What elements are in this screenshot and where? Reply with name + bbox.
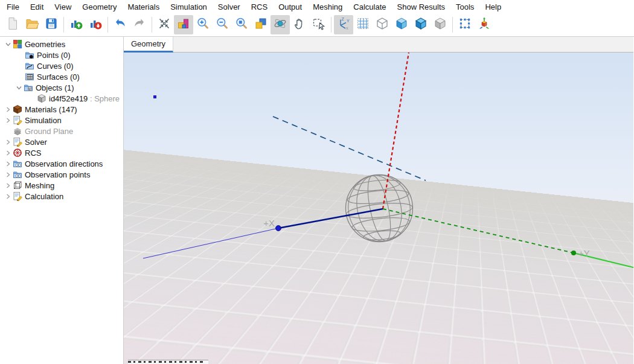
toolbar-separator [107,17,108,33]
chevron-down-icon[interactable] [14,83,23,92]
chevron-right-icon[interactable] [4,116,12,124]
ground-plane-grid [124,147,633,364]
show-objects-button[interactable] [174,15,193,34]
orbit-button[interactable] [271,15,290,34]
tree-label: Surfaces (0) [37,72,80,81]
ground-plane-icon [12,126,22,136]
open-folder-icon [25,16,39,33]
menu-calculate[interactable]: Calculate [348,1,391,13]
tree-item-calculation[interactable]: Calculation [0,191,123,202]
z-axis [383,53,409,209]
tree-item-geometries[interactable]: Geometries [0,39,123,49]
export-down-arrow-icon [88,16,103,33]
redo-button[interactable] [130,15,149,34]
shaded-cube-2-icon [414,16,428,33]
pan-button[interactable] [290,15,309,34]
chevron-right-icon[interactable] [4,159,12,168]
shaded-edges-view-button[interactable] [411,15,431,34]
zoom-window-icon [234,16,249,33]
menu-tools[interactable]: Tools [450,1,479,13]
menu-output[interactable]: Output [273,1,307,13]
toolbar-separator [152,17,152,33]
chevron-down-icon[interactable] [4,40,12,48]
tree-label: Observation points [25,170,90,179]
tree-label: Observation directions [25,159,103,168]
tree-label: Points (0) [37,51,71,60]
menu-view[interactable]: View [49,1,77,13]
x-axis-marker [276,226,281,231]
wireframe-cube-icon [375,16,389,33]
menu-solver[interactable]: Solver [213,1,246,13]
tree-label: Curves (0) [37,62,74,71]
tree-item-objects[interactable]: Objects (1) [0,82,123,93]
tree-item-materials[interactable]: Materials (147) [0,104,123,115]
zoom-in-button[interactable] [193,15,213,34]
chevron-right-icon[interactable] [4,192,12,200]
shaded-cube-icon [394,16,409,33]
selection-box-button[interactable] [455,15,475,34]
x-axis-far [143,228,278,258]
menu-rcs[interactable]: RCS [246,1,273,13]
import-button[interactable] [66,15,86,34]
tree-item-observation-points[interactable]: Observation points [0,169,123,180]
chevron-right-icon[interactable] [4,170,12,179]
view-orientation-button[interactable] [475,15,494,34]
menu-file[interactable]: File [1,1,25,13]
overlap-order-button[interactable] [251,15,271,34]
show-grid-button[interactable] [353,15,373,34]
svg-text:Z: Z [342,17,345,21]
chevron-right-icon[interactable] [4,138,12,146]
objects-folder-icon [23,83,33,92]
show-axes-button[interactable]: ZYx [334,15,353,34]
chevron-right-icon[interactable] [4,181,12,190]
tree-item-simulation[interactable]: Simulation [0,115,123,126]
zoom-in-icon [196,16,210,33]
menu-show-results[interactable]: Show Results [392,1,450,13]
menu-edit[interactable]: Edit [25,1,49,13]
sphere-wireframe [342,170,417,247]
select-button[interactable] [309,15,328,34]
save-file-button[interactable] [42,15,61,34]
menu-meshing[interactable]: Meshing [307,1,348,13]
tree-item-sphere-object[interactable]: id4f52e419 : Sphere [0,93,123,104]
zoom-out-button[interactable] [213,15,232,34]
new-file-button[interactable] [3,15,22,34]
zoom-out-icon [215,16,229,33]
menu-materials[interactable]: Materials [122,1,165,13]
undo-button[interactable] [110,15,130,34]
menu-help[interactable]: Help [479,1,507,13]
menu-simulation[interactable]: Simulation [165,1,213,13]
fit-view-button[interactable] [155,15,174,34]
tree-item-ground-plane[interactable]: Ground Plane [0,126,123,136]
tab-bar: Geometry [124,37,633,53]
tree-item-points[interactable]: Points (0) [0,49,123,60]
tree-item-surfaces[interactable]: Surfaces (0) [0,71,123,82]
tree-item-solver[interactable]: Solver [0,136,123,147]
document-edit-icon [12,137,22,147]
observation-folder-icon [12,159,22,168]
zoom-window-button[interactable] [232,15,251,34]
points-folder-icon [24,50,34,60]
export-button[interactable] [86,15,105,34]
point-marker [153,95,156,98]
chevron-right-icon[interactable] [4,105,12,113]
chevron-right-icon[interactable] [4,148,12,157]
wireframe-view-button[interactable] [373,15,392,34]
tree-label: id4f52e419 : Sphere [49,94,120,103]
tree-item-observation-directions[interactable]: Observation directions [0,158,123,169]
tree-label: Solver [25,138,47,147]
open-file-button[interactable] [22,15,42,34]
shaded-view-button[interactable] [392,15,411,34]
save-floppy-icon [44,16,59,33]
tab-geometry[interactable]: Geometry [124,37,173,53]
tree-item-rcs[interactable]: RCS [0,147,123,158]
undo-arrow-icon [113,16,127,33]
gray-view-button[interactable] [431,15,450,34]
sphere-object-icon [36,94,46,103]
tree-item-curves[interactable]: Curves (0) [0,60,123,71]
x-axis-label: +X [263,218,275,228]
tree-label: Objects (1) [36,83,74,92]
viewport-3d[interactable]: +X +Y [124,53,633,364]
menu-geometry[interactable]: Geometry [77,1,122,13]
tree-item-meshing[interactable]: Meshing [0,180,123,191]
